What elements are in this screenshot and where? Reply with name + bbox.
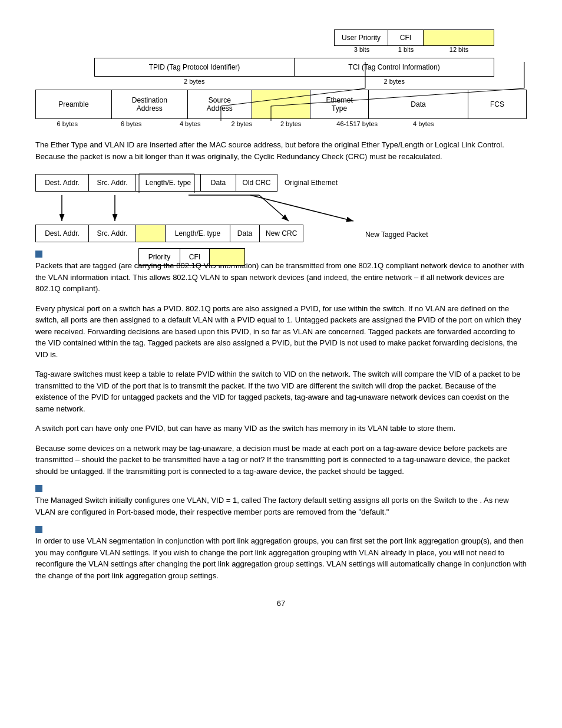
orig-src-cell: Src. Addr. [89, 174, 136, 192]
data-bytes: 46-1517 bytes [315, 120, 399, 127]
original-ethernet-table: Dest. Addr. Src. Addr. Length/E. type Da… [35, 174, 277, 192]
tag-bytes: 2 bytes [217, 120, 266, 127]
cfi-detail-cell: CFI [180, 249, 210, 266]
bits-1-label: 1 bits [388, 46, 424, 53]
frame-byte-labels: 6 bytes 6 bytes 4 bytes 2 bytes 2 bytes … [35, 120, 527, 127]
bits-12-label: 12 bits [424, 46, 494, 53]
bits-3-label: 3 bits [335, 46, 388, 53]
dest-bytes: 6 bytes [99, 120, 163, 127]
diagram1: User Priority CFI 3 bits 1 bits 12 bits … [35, 29, 527, 127]
src-addr-cell: SourceAddress [187, 90, 252, 119]
frame-table: Preamble DestinationAddress SourceAddres… [35, 90, 527, 119]
page-number: 67 [35, 599, 527, 608]
tci-cell: TCI (Tag Control Information) [295, 58, 494, 77]
new-length-cell: Length/E. type [166, 225, 230, 242]
bits-table: User Priority CFI [334, 29, 494, 46]
paragraph-5: Because some devices on a network may be… [35, 443, 527, 477]
ethernet-type-cell: EthernetType [310, 90, 369, 119]
new-packet-table: Dest. Addr. Src. Addr. Length/E. type Da… [35, 225, 303, 242]
fcs-cell: FCS [468, 90, 526, 119]
orig-data-cell: Data [201, 174, 236, 192]
bits-section: User Priority CFI [153, 29, 527, 46]
mid-labels: 2 bytes 2 bytes [94, 78, 494, 85]
new-src-cell: Src. Addr. [89, 225, 136, 242]
body-text-1: The Ether Type and VLAN ID are inserted … [35, 139, 527, 162]
preamble-cell: Preamble [36, 90, 112, 119]
tpid-tci-section: TPID (Tag Protocol Identifier) TCI (Tag … [94, 58, 494, 77]
user-priority-cell: User Priority [334, 30, 388, 46]
src-bytes: 4 bytes [163, 120, 217, 127]
tpid-tci-table: TPID (Tag Protocol Identifier) TCI (Tag … [94, 58, 494, 77]
orig-dest-cell: Dest. Addr. [36, 174, 89, 192]
orig-crc-cell: Old CRC [236, 174, 277, 192]
et-bytes: 2 bytes [266, 120, 315, 127]
arrow-section [35, 195, 527, 225]
diagram2-arrows [35, 195, 448, 225]
tci-bytes-label: 2 bytes [295, 78, 495, 85]
preamble-bytes: 6 bytes [35, 120, 99, 127]
new-crc-cell: New CRC [260, 225, 303, 242]
new-tagged-packet-label: New Tagged Packet [365, 230, 527, 239]
paragraph-4: A switch port can have only one PVID, bu… [35, 423, 527, 434]
priority-cell: Priority [139, 249, 180, 266]
tpid-cell: TPID (Tag Protocol Identifier) [95, 58, 295, 77]
cfi-cell: CFI [388, 30, 424, 46]
svg-line-10 [259, 195, 289, 221]
section3-text: In order to use VLAN segmentation in con… [35, 535, 527, 581]
orig-length-cell: Length/E. type [136, 174, 201, 192]
bits-labels: 3 bits 1 bits 12 bits [153, 46, 527, 53]
original-ethernet-label: Original Ethernet [285, 179, 338, 187]
dest-addr-cell: DestinationAddress [111, 90, 187, 119]
bullet-header-2 [35, 485, 527, 492]
blue-bullet-1 [35, 251, 42, 258]
fcs-bytes: 4 bytes [399, 120, 448, 127]
paragraph-3: Tag-aware switches must keep a table to … [35, 368, 527, 414]
blue-bullet-3 [35, 526, 42, 533]
vid-yellow-cell [210, 249, 245, 266]
bullet-header-3 [35, 526, 527, 533]
diagram2: Dest. Addr. Src. Addr. Length/E. type Da… [35, 174, 527, 239]
vid-cell [424, 30, 494, 46]
original-ethernet-row: Dest. Addr. Src. Addr. Length/E. type Da… [35, 174, 527, 192]
tag-detail-row: Priority CFI [138, 248, 527, 266]
frame-section: Preamble DestinationAddress SourceAddres… [35, 90, 527, 119]
svg-line-11 [250, 195, 353, 221]
tag-detail-table: Priority CFI [138, 248, 245, 266]
section2-text: The Managed Switch initially configures … [35, 495, 527, 518]
tpid-bytes-label: 2 bytes [94, 78, 295, 85]
new-tag-yellow-cell [136, 225, 166, 242]
bullet-section-3: In order to use VLAN segmentation in con… [35, 526, 527, 581]
blue-bullet-2 [35, 485, 42, 492]
paragraph-2: Every physical port on a switch has a PV… [35, 303, 527, 361]
new-data-cell: Data [230, 225, 260, 242]
new-dest-cell: Dest. Addr. [36, 225, 89, 242]
data-cell: Data [369, 90, 468, 119]
tag-cell [252, 90, 310, 119]
bullet-section-2: The Managed Switch initially configures … [35, 485, 527, 518]
